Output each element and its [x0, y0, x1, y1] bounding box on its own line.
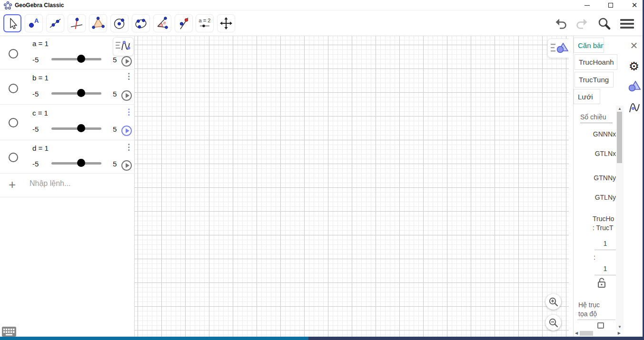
slider-knob[interactable] [77, 89, 85, 97]
reflect-line-icon [177, 16, 191, 30]
algebra-row-d: ⋮ d = 1 -5 5 [0, 140, 135, 174]
play-icon [126, 93, 129, 98]
play-animation-button[interactable] [121, 56, 132, 67]
reflect-tool-button[interactable] [175, 14, 193, 32]
settings-gear-icon[interactable]: ⚙ [626, 59, 642, 73]
slider-knob[interactable] [77, 55, 85, 63]
zoom-in-button[interactable] [545, 294, 561, 310]
line-icon [48, 16, 62, 30]
point-tool-button[interactable]: A [25, 14, 43, 32]
graphics-view[interactable] [135, 36, 569, 337]
circle-tool-button[interactable] [110, 14, 129, 32]
svg-text:α: α [163, 20, 166, 25]
move-tool-button[interactable] [3, 14, 21, 32]
vertical-scrollbar[interactable]: ▲ ▼ [616, 106, 624, 330]
play-icon [126, 128, 129, 133]
play-animation-button[interactable] [121, 160, 132, 171]
command-input[interactable] [30, 179, 120, 188]
slider-knob[interactable] [77, 124, 85, 132]
algebra-row-a: a = 1 -5 5 [0, 36, 135, 69]
horizontal-scrollbar[interactable]: ◀ ▶ [574, 330, 624, 337]
virtual-keyboard-button[interactable] [2, 327, 16, 338]
vertical-scrollbar-thumb[interactable] [617, 112, 622, 163]
move-view-icon [219, 16, 233, 30]
row-options-kebab-icon[interactable]: ⋮ [125, 143, 133, 151]
scroll-left-icon[interactable]: ◀ [575, 331, 578, 335]
algebra-panel: a = 1 -5 5 ⋮ b = 1 -5 [0, 36, 135, 337]
ratio-separator: : [594, 253, 595, 261]
tab-can-ban[interactable]: Căn bản [574, 38, 604, 53]
play-icon [126, 59, 129, 64]
move-graphics-view-tool-button[interactable] [217, 14, 235, 32]
zoom-out-icon [548, 318, 559, 328]
tab-truc-hoanh[interactable]: TrucHoanh [575, 54, 617, 70]
minimize-button[interactable] [579, 0, 595, 10]
search-button[interactable] [597, 17, 612, 30]
point-icon: A [27, 16, 41, 30]
row-options-kebab-icon[interactable]: ⋮ [125, 72, 133, 80]
redo-button[interactable] [575, 17, 590, 30]
slider-label: b = 1 [32, 74, 49, 82]
slider-track[interactable] [51, 162, 101, 165]
close-settings-button[interactable]: ✕ [627, 40, 641, 51]
slider-icon: a = 2 [198, 16, 212, 30]
slider-max: 5 [113, 125, 117, 133]
slider-tool-button[interactable]: a = 2 [196, 14, 214, 32]
zoom-out-button[interactable] [545, 315, 561, 330]
ratio-x-input[interactable]: 1 [594, 240, 616, 250]
horizontal-scrollbar-thumb[interactable] [580, 331, 593, 336]
visibility-toggle[interactable] [9, 49, 18, 58]
zoom-in-icon [548, 297, 559, 307]
scroll-right-icon[interactable]: ▶ [618, 331, 621, 335]
cursor-icon [5, 16, 20, 30]
lock-ratio-button[interactable] [596, 277, 607, 289]
visibility-toggle[interactable] [9, 118, 18, 127]
visibility-toggle[interactable] [9, 84, 18, 93]
xmin-field-label: GNNNx [574, 130, 616, 138]
angle-tool-button[interactable]: α [153, 14, 171, 32]
slider-knob[interactable] [77, 159, 85, 167]
conic-tool-button[interactable] [132, 14, 150, 32]
perpendicular-line-tool-button[interactable] [68, 14, 86, 32]
algebra-row-b: ⋮ b = 1 -5 5 [0, 69, 135, 105]
angle-icon: α [155, 16, 169, 30]
algebra-view-icon[interactable] [627, 101, 642, 114]
line-tool-button[interactable] [46, 14, 64, 32]
ymax-field-label: GTLNy [574, 194, 616, 201]
visibility-toggle[interactable] [9, 153, 18, 162]
play-animation-button[interactable] [121, 90, 132, 101]
dimensions-dropdown[interactable]: Số chiều [580, 113, 613, 123]
scroll-up-icon[interactable]: ▲ [616, 107, 624, 111]
slider-min: -5 [32, 56, 39, 64]
slider-track[interactable] [51, 127, 101, 130]
slider-track[interactable] [51, 92, 101, 95]
svg-text:A: A [34, 17, 39, 24]
undo-button[interactable] [553, 17, 568, 30]
main-menu-button[interactable] [619, 17, 634, 30]
perpendicular-line-icon [69, 16, 84, 30]
row-options-kebab-icon[interactable]: ⋮ [125, 108, 133, 116]
slider-label: d = 1 [32, 144, 49, 152]
play-animation-button[interactable] [121, 126, 132, 136]
hamburger-menu-icon [620, 19, 634, 29]
scroll-down-icon[interactable]: ▼ [616, 325, 624, 329]
algebra-stylebar-button[interactable] [113, 37, 134, 56]
slider-max: 5 [113, 160, 117, 168]
axes-checkbox[interactable] [597, 322, 604, 329]
graphics-view-icon[interactable] [626, 80, 642, 93]
axes-section-label: Hệ trục tọa độ [578, 301, 600, 319]
polygon-tool-button[interactable] [89, 14, 107, 32]
tab-luoi[interactable]: Lưới [574, 89, 600, 104]
tab-truc-tung[interactable]: TrucTung [575, 72, 614, 87]
slider-min: -5 [32, 125, 39, 133]
slider-min: -5 [32, 90, 39, 98]
slider-track[interactable] [51, 58, 101, 60]
ratio-y-input[interactable]: 1 [594, 265, 616, 275]
maximize-button[interactable] [603, 0, 619, 10]
slider-label: c = 1 [32, 109, 48, 117]
toolbar: A [0, 10, 644, 36]
algebra-row-c: ⋮ c = 1 -5 5 [0, 105, 135, 140]
close-window-button[interactable]: ✕ [626, 0, 643, 10]
slider-max: 5 [113, 90, 117, 98]
circle-icon [112, 16, 127, 30]
